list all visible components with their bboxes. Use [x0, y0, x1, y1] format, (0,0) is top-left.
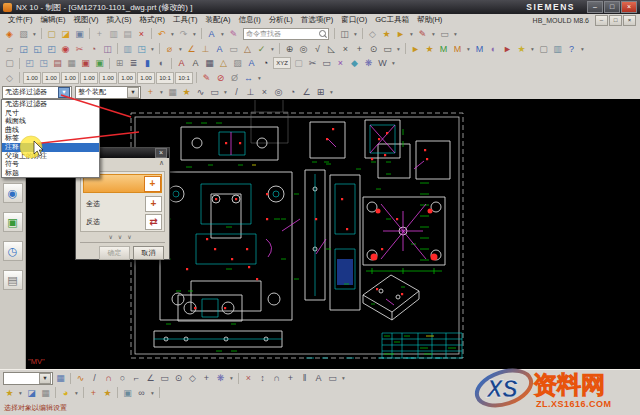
type-filter-combo[interactable]: 无选择过滤器 ▼ — [2, 86, 72, 99]
mdi-restore-button[interactable]: □ — [609, 15, 622, 26]
selection-scope-combo[interactable]: 整个装配 ▼ — [75, 86, 141, 99]
xyz-coords[interactable]: XYZ — [273, 57, 291, 69]
vice-clamp[interactable]: ▣ — [121, 387, 134, 399]
chamfer-tool[interactable]: ∠ — [144, 372, 157, 384]
window-new[interactable]: ▢ — [3, 57, 16, 69]
help[interactable]: ? — [565, 43, 578, 55]
menu-item[interactable]: 工具(T) — [169, 15, 202, 25]
dropdown-caret-icon[interactable]: ▾ — [352, 31, 359, 37]
projected-view[interactable]: ◰ — [45, 43, 58, 55]
assembly-cube[interactable]: ◇ — [366, 28, 379, 40]
snap-line[interactable]: / — [230, 86, 243, 98]
pacman-yellow[interactable]: ◕ — [59, 387, 72, 399]
menu-item[interactable]: 格式(R) — [136, 15, 169, 25]
mono-display[interactable]: ◐ — [155, 57, 168, 69]
scale-chip-7[interactable]: 1.00 — [137, 72, 155, 84]
dropdown-caret-icon[interactable]: ▾ — [17, 390, 24, 396]
menu-item[interactable]: 首选项(P) — [297, 15, 338, 25]
erase[interactable]: × — [339, 43, 352, 55]
scale-chip-3[interactable]: 1.00 — [61, 72, 79, 84]
dropdown-caret-icon[interactable]: ▾ — [269, 46, 276, 52]
dropdown-caret-icon[interactable]: ▾ — [228, 375, 235, 381]
dropdown-caret-icon[interactable]: ▾ — [430, 31, 437, 37]
link-infinity[interactable]: ∞ — [135, 387, 148, 399]
dropdown-caret-icon[interactable]: ▾ — [328, 89, 335, 95]
cut[interactable]: + — [93, 28, 106, 40]
slide-strip[interactable]: ▭ — [320, 57, 333, 69]
spell-check[interactable]: A — [189, 57, 202, 69]
invert-selection-row[interactable]: 反选 ⇄ — [83, 214, 162, 229]
command-finder-input[interactable]: 命令查找器 — [243, 28, 329, 40]
snap-cross[interactable]: + — [353, 43, 366, 55]
redo[interactable]: ↷ — [177, 28, 190, 40]
ordinate-dimension[interactable]: ⊥ — [199, 43, 212, 55]
open-file[interactable]: ◪ — [59, 28, 72, 40]
red-frame-view[interactable]: ▣ — [79, 57, 92, 69]
zoom[interactable]: ◎ — [297, 43, 310, 55]
scale-chip-1[interactable]: 1.00 — [23, 72, 41, 84]
circle-tool[interactable]: ○ — [116, 372, 129, 384]
weld-symbol[interactable]: W — [376, 57, 389, 69]
update-views[interactable]: ▥ — [121, 43, 134, 55]
menu-item[interactable]: 文件(F) — [4, 15, 37, 25]
snap-point-main[interactable]: + — [144, 86, 157, 98]
scale-chip-4[interactable]: 1.00 — [80, 72, 98, 84]
paste[interactable]: ▤ — [121, 28, 134, 40]
feature-control-frame[interactable]: ▭ — [227, 43, 240, 55]
customer-toolbar-label[interactable]: HB_MOULD M8.6 — [533, 17, 589, 24]
polygon-tool[interactable]: ◇ — [186, 372, 199, 384]
selection-scope-dropdown-arrow[interactable]: ▼ — [127, 87, 139, 98]
select-objects-button[interactable]: + — [144, 176, 161, 192]
import-gold[interactable]: ★ — [423, 43, 436, 55]
gold-module[interactable]: M — [451, 43, 464, 55]
cube-display[interactable]: ◇ — [3, 72, 16, 84]
green-module[interactable]: M — [437, 43, 450, 55]
view-cascade[interactable]: ◰ — [23, 57, 36, 69]
filter-option[interactable]: 尺寸 — [2, 109, 99, 118]
dropdown-caret-icon[interactable]: ▾ — [465, 46, 472, 52]
point-tool[interactable]: + — [200, 372, 213, 384]
menu-item[interactable]: 视图(V) — [70, 15, 103, 25]
gray-diameter[interactable]: Ø — [228, 72, 241, 84]
clip-section[interactable]: ✂ — [306, 57, 319, 69]
filter-option[interactable]: 曲线 — [2, 126, 99, 135]
tool-plus-red[interactable]: + — [87, 387, 100, 399]
export-pdf[interactable]: ▤ — [51, 57, 64, 69]
invert-selection-button[interactable]: ⇄ — [145, 214, 162, 230]
half-section-view[interactable]: ◔ — [87, 43, 100, 55]
collapse-chevron-icon[interactable]: ∧ — [159, 159, 164, 167]
datum-triangle[interactable]: △ — [217, 57, 230, 69]
highlight-star[interactable]: ★ — [180, 86, 193, 98]
select-face[interactable]: ▦ — [166, 86, 179, 98]
dropdown-caret-icon[interactable]: ▾ — [256, 75, 263, 81]
ratio-chip-1[interactable]: 10:1 — [156, 72, 174, 84]
mdi-close-button[interactable]: × — [623, 15, 636, 26]
scale-chip-6[interactable]: 1.00 — [118, 72, 136, 84]
trim-tool[interactable]: × — [242, 372, 255, 384]
pattern-flower[interactable]: ❋ — [362, 57, 375, 69]
delete[interactable]: × — [135, 28, 148, 40]
golden-star[interactable]: ★ — [380, 28, 393, 40]
dropdown-caret-icon[interactable]: ▾ — [169, 31, 176, 37]
profile-curve[interactable]: ∿ — [74, 372, 87, 384]
circle-center-tool[interactable]: ⊙ — [172, 372, 185, 384]
snap-intersection[interactable]: × — [258, 86, 271, 98]
star-gold[interactable]: ★ — [515, 43, 528, 55]
dropdown-caret-icon[interactable]: ▾ — [191, 31, 198, 37]
menu-item[interactable]: 信息(I) — [235, 15, 265, 25]
scale-chip-5[interactable]: 1.00 — [99, 72, 117, 84]
filter-option[interactable]: 标题 — [2, 169, 99, 178]
more-options-chevrons[interactable]: ∨∨∨ — [80, 233, 165, 240]
offset-tool[interactable]: ‖ — [298, 372, 311, 384]
move-tool[interactable]: + — [284, 372, 297, 384]
line-tool[interactable]: / — [88, 372, 101, 384]
menu-item[interactable]: GC工具箱 — [371, 15, 413, 25]
detail-view[interactable]: ◉ — [59, 43, 72, 55]
wrench-gold[interactable]: ★ — [3, 387, 16, 399]
base-view[interactable]: ◱ — [31, 43, 44, 55]
pie-display[interactable]: ◔ — [259, 57, 272, 69]
red-pencil[interactable]: ✎ — [200, 72, 213, 84]
snap-grid[interactable]: ⊞ — [314, 86, 327, 98]
dropdown-caret-icon[interactable]: ▾ — [452, 31, 459, 37]
section-view[interactable]: ✂ — [73, 43, 86, 55]
